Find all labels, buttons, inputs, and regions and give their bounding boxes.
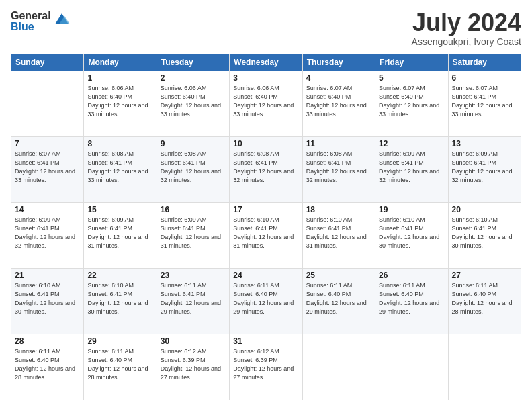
calendar-cell: 11Sunrise: 6:08 AMSunset: 6:41 PMDayligh…: [302, 137, 375, 203]
calendar-cell: 19Sunrise: 6:10 AMSunset: 6:41 PMDayligh…: [375, 203, 448, 269]
day-info: Sunrise: 6:11 AMSunset: 6:41 PMDaylight:…: [161, 281, 226, 316]
calendar-cell: 1Sunrise: 6:06 AMSunset: 6:40 PMDaylight…: [84, 71, 157, 137]
day-info: Sunrise: 6:07 AMSunset: 6:40 PMDaylight:…: [306, 84, 371, 119]
calendar-cell: 7Sunrise: 6:07 AMSunset: 6:41 PMDaylight…: [11, 137, 84, 203]
day-number: 17: [233, 205, 298, 214]
calendar-cell: 28Sunrise: 6:11 AMSunset: 6:40 PMDayligh…: [11, 334, 84, 400]
day-number: 18: [306, 205, 371, 214]
day-number: 24: [233, 271, 298, 280]
day-number: 22: [87, 271, 152, 280]
location-title: Assengoukpri, Ivory Coast: [412, 36, 521, 47]
day-number: 31: [233, 336, 298, 346]
calendar-cell: [11, 71, 84, 137]
day-info: Sunrise: 6:10 AMSunset: 6:41 PMDaylight:…: [452, 216, 517, 250]
day-info: Sunrise: 6:11 AMSunset: 6:40 PMDaylight:…: [452, 281, 517, 316]
header-tuesday: Tuesday: [157, 54, 229, 71]
header-thursday: Thursday: [302, 54, 375, 71]
day-number: 8: [87, 139, 152, 148]
day-number: 9: [161, 139, 226, 148]
day-info: Sunrise: 6:09 AMSunset: 6:41 PMDaylight:…: [161, 216, 226, 250]
calendar-cell: [448, 334, 521, 400]
calendar-cell: 3Sunrise: 6:06 AMSunset: 6:40 PMDaylight…: [230, 71, 302, 137]
day-info: Sunrise: 6:09 AMSunset: 6:41 PMDaylight:…: [87, 216, 152, 250]
header-sunday: Sunday: [11, 54, 84, 71]
day-number: 25: [306, 271, 371, 280]
calendar-cell: 24Sunrise: 6:11 AMSunset: 6:40 PMDayligh…: [230, 269, 302, 334]
day-number: 5: [379, 73, 444, 83]
calendar-cell: 18Sunrise: 6:10 AMSunset: 6:41 PMDayligh…: [302, 203, 375, 269]
calendar-cell: 5Sunrise: 6:07 AMSunset: 6:40 PMDaylight…: [375, 71, 448, 137]
day-number: 26: [379, 271, 444, 280]
calendar-page: General Blue July 2024 Assengoukpri, Ivo…: [0, 0, 532, 411]
day-number: 15: [87, 205, 152, 214]
day-number: 19: [379, 205, 444, 214]
calendar-cell: [375, 334, 448, 400]
calendar-cell: 21Sunrise: 6:10 AMSunset: 6:41 PMDayligh…: [11, 269, 84, 334]
day-info: Sunrise: 6:10 AMSunset: 6:41 PMDaylight:…: [233, 216, 298, 250]
day-number: 21: [15, 271, 80, 280]
day-info: Sunrise: 6:11 AMSunset: 6:40 PMDaylight:…: [233, 281, 298, 316]
calendar-cell: 2Sunrise: 6:06 AMSunset: 6:40 PMDaylight…: [157, 71, 229, 137]
day-info: Sunrise: 6:11 AMSunset: 6:40 PMDaylight:…: [306, 281, 371, 316]
day-number: 27: [452, 271, 517, 280]
day-info: Sunrise: 6:11 AMSunset: 6:40 PMDaylight:…: [15, 347, 80, 382]
day-number: 2: [161, 73, 226, 83]
calendar-cell: 4Sunrise: 6:07 AMSunset: 6:40 PMDaylight…: [302, 71, 375, 137]
day-info: Sunrise: 6:10 AMSunset: 6:41 PMDaylight:…: [306, 216, 371, 250]
calendar-cell: 20Sunrise: 6:10 AMSunset: 6:41 PMDayligh…: [448, 203, 521, 269]
day-info: Sunrise: 6:12 AMSunset: 6:39 PMDaylight:…: [233, 347, 298, 382]
calendar-cell: 16Sunrise: 6:09 AMSunset: 6:41 PMDayligh…: [157, 203, 229, 269]
calendar-cell: 14Sunrise: 6:09 AMSunset: 6:41 PMDayligh…: [11, 203, 84, 269]
day-number: 4: [306, 73, 371, 83]
calendar-table: Sunday Monday Tuesday Wednesday Thursday…: [11, 54, 521, 400]
logo-icon: [52, 11, 71, 30]
header-saturday: Saturday: [448, 54, 521, 71]
day-number: 13: [452, 139, 517, 148]
header-wednesday: Wednesday: [230, 54, 302, 71]
logo: General Blue: [11, 11, 71, 32]
week-row-5: 28Sunrise: 6:11 AMSunset: 6:40 PMDayligh…: [11, 334, 521, 400]
day-info: Sunrise: 6:10 AMSunset: 6:41 PMDaylight:…: [87, 281, 152, 316]
day-info: Sunrise: 6:08 AMSunset: 6:41 PMDaylight:…: [306, 150, 371, 185]
day-info: Sunrise: 6:06 AMSunset: 6:40 PMDaylight:…: [233, 84, 298, 119]
day-info: Sunrise: 6:11 AMSunset: 6:40 PMDaylight:…: [87, 347, 152, 382]
calendar-cell: 22Sunrise: 6:10 AMSunset: 6:41 PMDayligh…: [84, 269, 157, 334]
calendar-cell: 31Sunrise: 6:12 AMSunset: 6:39 PMDayligh…: [230, 334, 302, 400]
day-info: Sunrise: 6:08 AMSunset: 6:41 PMDaylight:…: [87, 150, 152, 185]
logo-general: General: [11, 11, 51, 21]
calendar-cell: 9Sunrise: 6:08 AMSunset: 6:41 PMDaylight…: [157, 137, 229, 203]
day-number: 3: [233, 73, 298, 83]
day-number: 11: [306, 139, 371, 148]
day-number: 12: [379, 139, 444, 148]
day-number: 23: [161, 271, 226, 280]
header-friday: Friday: [375, 54, 448, 71]
calendar-cell: 8Sunrise: 6:08 AMSunset: 6:41 PMDaylight…: [84, 137, 157, 203]
day-info: Sunrise: 6:07 AMSunset: 6:41 PMDaylight:…: [452, 84, 517, 119]
weekday-header-row: Sunday Monday Tuesday Wednesday Thursday…: [11, 54, 521, 71]
calendar-cell: 12Sunrise: 6:09 AMSunset: 6:41 PMDayligh…: [375, 137, 448, 203]
day-number: 10: [233, 139, 298, 148]
day-info: Sunrise: 6:06 AMSunset: 6:40 PMDaylight:…: [161, 84, 226, 119]
day-info: Sunrise: 6:11 AMSunset: 6:40 PMDaylight:…: [379, 281, 444, 316]
day-number: 30: [161, 336, 226, 346]
week-row-4: 21Sunrise: 6:10 AMSunset: 6:41 PMDayligh…: [11, 269, 521, 334]
calendar-cell: 29Sunrise: 6:11 AMSunset: 6:40 PMDayligh…: [84, 334, 157, 400]
day-info: Sunrise: 6:07 AMSunset: 6:41 PMDaylight:…: [15, 150, 80, 185]
day-number: 1: [87, 73, 152, 83]
day-number: 14: [15, 205, 80, 214]
logo-blue: Blue: [11, 21, 51, 32]
day-info: Sunrise: 6:09 AMSunset: 6:41 PMDaylight:…: [379, 150, 444, 185]
title-block: July 2024 Assengoukpri, Ivory Coast: [412, 11, 521, 47]
day-number: 29: [87, 336, 152, 346]
calendar-cell: 13Sunrise: 6:09 AMSunset: 6:41 PMDayligh…: [448, 137, 521, 203]
week-row-1: 1Sunrise: 6:06 AMSunset: 6:40 PMDaylight…: [11, 71, 521, 137]
header-monday: Monday: [84, 54, 157, 71]
logo-text: General Blue: [11, 11, 51, 32]
day-info: Sunrise: 6:07 AMSunset: 6:40 PMDaylight:…: [379, 84, 444, 119]
day-info: Sunrise: 6:08 AMSunset: 6:41 PMDaylight:…: [233, 150, 298, 185]
calendar-cell: 26Sunrise: 6:11 AMSunset: 6:40 PMDayligh…: [375, 269, 448, 334]
day-number: 6: [452, 73, 517, 83]
calendar-cell: 30Sunrise: 6:12 AMSunset: 6:39 PMDayligh…: [157, 334, 229, 400]
day-info: Sunrise: 6:09 AMSunset: 6:41 PMDaylight:…: [452, 150, 517, 185]
calendar-cell: 10Sunrise: 6:08 AMSunset: 6:41 PMDayligh…: [230, 137, 302, 203]
